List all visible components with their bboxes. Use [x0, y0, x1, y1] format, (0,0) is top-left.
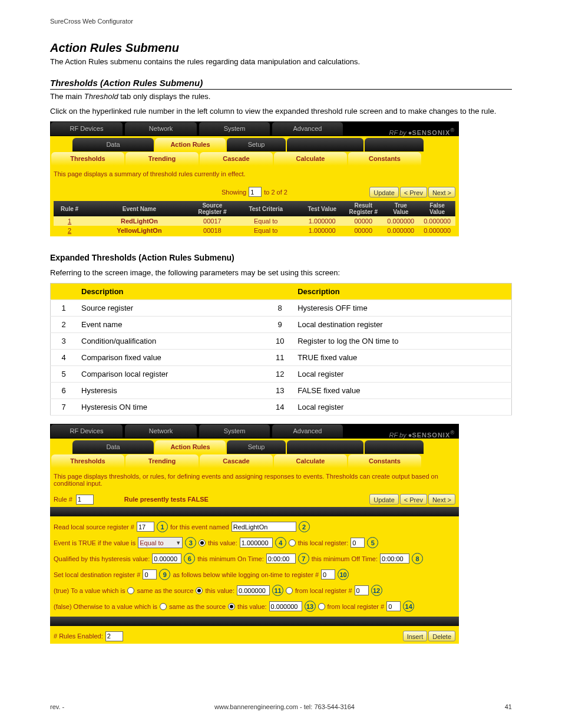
- radio-false-same[interactable]: [160, 603, 167, 610]
- footer-url: www.bannerengineering.com - tel: 763-544…: [214, 703, 355, 710]
- log-register-input[interactable]: [321, 569, 335, 579]
- tab-action-rules[interactable]: Action Rules: [155, 440, 226, 454]
- tab-data[interactable]: Data: [72, 138, 154, 151]
- ui1-desc: This page displays a summary of threshol…: [54, 169, 455, 185]
- source-register-input[interactable]: [137, 522, 154, 532]
- radio-false-register[interactable]: [318, 603, 325, 610]
- screenshot-1: RF Devices Network System Advanced RF by…: [50, 121, 459, 236]
- showing-range: to 2 of 2: [264, 189, 287, 196]
- col-testvalue: Test Value: [300, 201, 344, 216]
- update-button[interactable]: Update: [369, 494, 398, 505]
- callout-5: 5: [367, 537, 378, 548]
- dest-register-input[interactable]: [143, 569, 157, 579]
- tab-calculate[interactable]: Calculate: [274, 152, 347, 166]
- callout-10: 10: [338, 569, 349, 580]
- tab-blank: [365, 440, 424, 454]
- prev-button[interactable]: < Prev: [400, 494, 427, 505]
- tab-system[interactable]: System: [199, 121, 270, 136]
- false-register-input[interactable]: [386, 601, 401, 611]
- tab-constants[interactable]: Constants: [348, 152, 421, 166]
- col-source: Source Register #: [193, 201, 232, 216]
- false-value-input[interactable]: [269, 601, 302, 611]
- brand-logo: RF by ●SENSONIX®: [345, 127, 459, 136]
- tab-data[interactable]: Data: [72, 440, 154, 454]
- callout-13: 13: [305, 601, 316, 612]
- col-true: True Value: [382, 201, 419, 216]
- rules-enabled-input[interactable]: [105, 631, 123, 641]
- radio-local-register[interactable]: [289, 539, 296, 546]
- intro-text: The Action Rules submenu contains the ru…: [50, 57, 512, 66]
- event-name-input[interactable]: [232, 522, 296, 532]
- showing-input[interactable]: [249, 187, 262, 197]
- tab-setup[interactable]: Setup: [227, 138, 286, 151]
- screenshot-2: RF Devices Network System Advanced RF by…: [50, 424, 459, 644]
- true-value-input[interactable]: [237, 585, 270, 595]
- tab-network[interactable]: Network: [124, 121, 197, 136]
- tab-calculate[interactable]: Calculate: [274, 454, 347, 468]
- callout-8: 8: [412, 553, 423, 564]
- tab-trending[interactable]: Trending: [125, 454, 199, 468]
- footer-rev: rev. -: [50, 703, 64, 710]
- tab-constants[interactable]: Constants: [348, 454, 421, 468]
- tab-trending[interactable]: Trending: [125, 152, 199, 166]
- next-button[interactable]: Next >: [428, 494, 455, 505]
- tab-advanced[interactable]: Advanced: [272, 424, 343, 439]
- insert-button[interactable]: Insert: [403, 631, 428, 641]
- tab-action-rules[interactable]: Action Rules: [155, 138, 226, 151]
- footer-page: 41: [505, 703, 512, 710]
- tab-cascade[interactable]: Cascade: [200, 152, 273, 166]
- radio-true-register[interactable]: [286, 587, 293, 594]
- true-register-input[interactable]: [355, 585, 369, 595]
- tab-setup[interactable]: Setup: [227, 440, 286, 454]
- table-row: 1 RedLightOn 00017 Equal to 1.000000 000…: [54, 216, 455, 226]
- col-desc-left: Description: [77, 284, 267, 300]
- sub-heading-1: Thresholds (Action Rules Submenu): [50, 78, 512, 90]
- tab-system[interactable]: System: [199, 424, 270, 439]
- hysteresis-input[interactable]: [152, 554, 181, 564]
- radio-true-same[interactable]: [127, 587, 134, 594]
- tab-blank: [287, 138, 363, 151]
- compare-register-input[interactable]: [351, 538, 365, 548]
- callout-3: 3: [185, 537, 196, 548]
- callout-1: 1: [157, 521, 168, 532]
- rule-link[interactable]: 2: [54, 226, 85, 235]
- callout-11: 11: [272, 585, 283, 596]
- tab-thresholds[interactable]: Thresholds: [51, 454, 124, 468]
- col-desc-right: Description: [293, 284, 511, 300]
- page-title: Action Rules Submenu: [50, 41, 512, 55]
- brand-logo: RF by ●SENSONIX®: [345, 430, 459, 439]
- sub1-p1: The main Threshold tab only displays the…: [50, 92, 512, 101]
- delete-button[interactable]: Delete: [428, 631, 455, 641]
- col-rule: Rule #: [54, 201, 85, 216]
- tab-rf-devices[interactable]: RF Devices: [50, 424, 123, 439]
- tab-thresholds[interactable]: Thresholds: [51, 152, 124, 166]
- col-false: False Value: [419, 201, 455, 216]
- on-time-input[interactable]: [266, 554, 296, 564]
- tab-cascade[interactable]: Cascade: [200, 454, 273, 468]
- callout-14: 14: [403, 601, 414, 612]
- col-event: Event Name: [85, 201, 193, 216]
- sect2-title: Expanded Thresholds (Action Rules Submen…: [50, 253, 512, 262]
- rule-label: Rule #: [54, 496, 72, 503]
- radio-false-value[interactable]: [228, 603, 235, 610]
- ui2-desc: This page displays thresholds, or rules,…: [54, 472, 455, 494]
- compare-value-input[interactable]: [240, 538, 273, 548]
- col-result: Result Register #: [344, 201, 382, 216]
- rule-input[interactable]: [76, 495, 94, 505]
- next-button[interactable]: Next >: [428, 187, 455, 197]
- off-time-input[interactable]: [380, 554, 409, 564]
- radio-this-value[interactable]: [199, 539, 206, 546]
- callout-2: 2: [299, 521, 310, 532]
- page-header: SureCross Web Configurator: [50, 18, 512, 25]
- callout-7: 7: [298, 553, 309, 564]
- radio-true-value[interactable]: [196, 587, 203, 594]
- tab-advanced[interactable]: Advanced: [272, 121, 343, 136]
- prev-button[interactable]: < Prev: [400, 187, 427, 197]
- rule-link[interactable]: 1: [54, 216, 85, 226]
- callout-6: 6: [184, 553, 195, 564]
- update-button[interactable]: Update: [369, 187, 398, 197]
- tab-network[interactable]: Network: [124, 424, 197, 439]
- rule-status: Rule presently tests FALSE: [124, 496, 209, 503]
- tab-rf-devices[interactable]: RF Devices: [50, 121, 123, 136]
- condition-select[interactable]: Equal to▼: [138, 537, 183, 548]
